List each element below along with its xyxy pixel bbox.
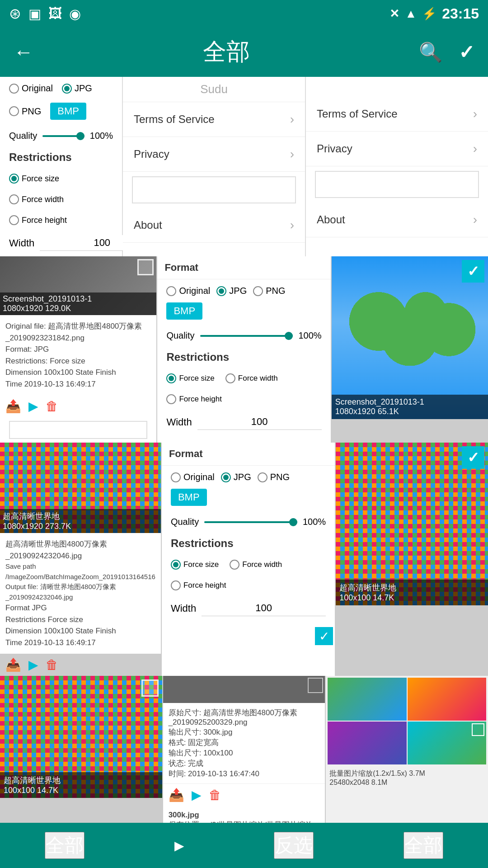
force-height-5[interactable]: Force height [171, 580, 226, 590]
top-row: Original JPG PNG BMP Quality [0, 77, 488, 256]
force-height-radio[interactable] [9, 215, 19, 225]
image-card-3[interactable]: ✓ Screenshot_20191013-1 488x868 65.1K [332, 256, 488, 419]
force-width-radio-2[interactable] [225, 373, 235, 383]
force-height[interactable]: Force height [9, 215, 67, 225]
format-original[interactable]: Original [9, 83, 53, 94]
quality-slider[interactable] [42, 135, 84, 137]
all-button[interactable]: 全部 [45, 832, 84, 859]
right-checkbox[interactable] [315, 171, 479, 198]
card8-savedim: 输出尺寸: 300k.jpg [169, 727, 320, 737]
terms-of-service-item-right[interactable]: Terms of Service › [306, 97, 488, 132]
card1-checkbox[interactable] [137, 259, 154, 275]
force-size-radio-5[interactable] [171, 560, 181, 570]
all-button-2[interactable]: 全部 [404, 832, 443, 859]
about-chevron-mid: › [290, 218, 294, 232]
card8-checkbox[interactable] [308, 678, 323, 693]
privacy-item[interactable]: Privacy › [123, 137, 305, 172]
play-icon-8[interactable]: ▶ [192, 788, 202, 802]
play-icon[interactable]: ▶ [28, 399, 38, 414]
bmp-button-2[interactable]: BMP [166, 302, 202, 320]
card5-checkmark: ✓ [315, 627, 333, 645]
delete-icon-8[interactable]: 🗑 [209, 788, 221, 802]
force-size-radio-2[interactable] [166, 373, 176, 383]
png-radio-5[interactable] [258, 472, 267, 482]
confirm-button[interactable]: ✓ [459, 41, 474, 63]
format-png-5[interactable]: PNG [258, 472, 290, 482]
search-icon: 🔍 [419, 42, 442, 63]
force-size-radio[interactable] [9, 174, 19, 184]
width-section-5: Width [162, 595, 335, 622]
force-height-radio-2[interactable] [166, 394, 176, 404]
card1-subtitle: 488x868 129.0K [3, 304, 154, 313]
force-width[interactable]: Force width [9, 194, 64, 204]
card9-info: 批量图片缩放(1.2x/1.5x) 3.7M 25480x2048 8.1M [326, 766, 488, 789]
quality-slider-5[interactable] [204, 521, 297, 523]
force-width-radio[interactable] [9, 194, 19, 204]
card4-subtitle: 488x868 273.7K [3, 522, 158, 531]
quality-slider-2[interactable] [200, 335, 293, 337]
bottom-triangle: ▶ [174, 838, 184, 853]
invert-button[interactable]: 反选 [274, 832, 314, 859]
format-jpg[interactable]: JPG [62, 83, 92, 94]
image-card-4[interactable]: 超高清晰世界地 488x868 273.7K 超高清晰世界地图4800万像素… [0, 443, 161, 676]
jpg-radio-5[interactable] [221, 472, 231, 482]
sudu-branding: Sudu [123, 77, 305, 102]
force-width-radio-5[interactable] [230, 560, 239, 570]
original-radio-2[interactable] [166, 286, 176, 296]
detail-time: Time 2019-10-13 16:49:17 [5, 378, 151, 390]
format-png-2[interactable]: PNG [253, 286, 285, 296]
terms-of-service-item[interactable]: Terms of Service › [123, 102, 305, 137]
image-card-7[interactable]: 超高清晰世界地 100x100 14.7K [0, 676, 162, 798]
format-jpg-2[interactable]: JPG [216, 286, 247, 296]
width-input-5[interactable] [202, 600, 326, 616]
png-radio-2[interactable] [253, 286, 263, 296]
force-height-2[interactable]: Force height [166, 394, 222, 404]
original-radio[interactable] [9, 84, 19, 94]
format-png[interactable]: PNG [9, 106, 41, 117]
force-width-2[interactable]: Force width [225, 373, 278, 383]
image-card-1[interactable]: Screenshot_20191013-1 488x868 129.0K O… [0, 256, 156, 443]
png-radio[interactable] [9, 106, 19, 116]
bmp-button[interactable]: BMP [50, 103, 86, 120]
about-item-right[interactable]: About › [306, 203, 488, 237]
send-icon-8[interactable]: 📤 [169, 788, 184, 802]
image-card-6[interactable]: ✓ 超高清晰世界地 100x100 14.7K [336, 443, 488, 605]
force-size-5[interactable]: Force size [171, 560, 219, 570]
restrictions-header: Restrictions [0, 146, 122, 169]
check-mark-6: ✓ [467, 449, 479, 466]
card7-checkbox[interactable] [141, 679, 159, 697]
force-size[interactable]: Force size [9, 174, 59, 184]
quality-fill-5 [204, 521, 297, 523]
about-item-mid[interactable]: About › [123, 208, 305, 243]
send-icon[interactable]: 📤 [5, 399, 21, 414]
mini-checkbox-4 [472, 723, 484, 736]
mini-thumb-2 [408, 678, 486, 721]
mid-checkbox[interactable] [132, 176, 296, 203]
card4-detail-text: 超高清晰世界地图4800万像素_20190924232046.jpg [5, 538, 155, 561]
jpg-radio-2[interactable] [216, 286, 226, 296]
back-button[interactable] [14, 41, 33, 63]
format-original-2[interactable]: Original [166, 286, 210, 296]
format-original-5[interactable]: Original [171, 472, 215, 482]
delete-icon-4[interactable]: 🗑 [46, 657, 58, 672]
original-radio-5[interactable] [171, 472, 181, 482]
format-jpg-5[interactable]: JPG [221, 472, 251, 482]
search-button[interactable]: 🔍 [419, 41, 442, 63]
play-icon-4[interactable]: ▶ [28, 657, 38, 672]
card8-time: 时间: 2019-10-13 16:47:40 [169, 769, 320, 779]
card8-origin: 原始尺寸: 超高清世界地图4800万像素_20190925200329.png [169, 708, 320, 727]
force-size-2[interactable]: Force size [166, 373, 214, 383]
format-row-5: Original JPG PNG BMP [162, 466, 335, 512]
bmp-button-5[interactable]: BMP [171, 489, 207, 506]
quality-thumb [76, 132, 84, 140]
detail-checkbox-1[interactable] [9, 421, 147, 439]
send-icon-4[interactable]: 📤 [5, 657, 21, 672]
jpg-radio[interactable] [62, 84, 72, 94]
force-height-radio-5[interactable] [171, 580, 181, 590]
privacy-item-right[interactable]: Privacy › [306, 132, 488, 166]
force-width-5[interactable]: Force width [230, 560, 282, 570]
card1-label: Screenshot_20191013-1 488x868 129.0K [0, 292, 156, 315]
delete-icon[interactable]: 🗑 [46, 399, 58, 414]
width-input-2[interactable] [197, 414, 322, 430]
detail-format: Format: JPG [5, 344, 151, 355]
